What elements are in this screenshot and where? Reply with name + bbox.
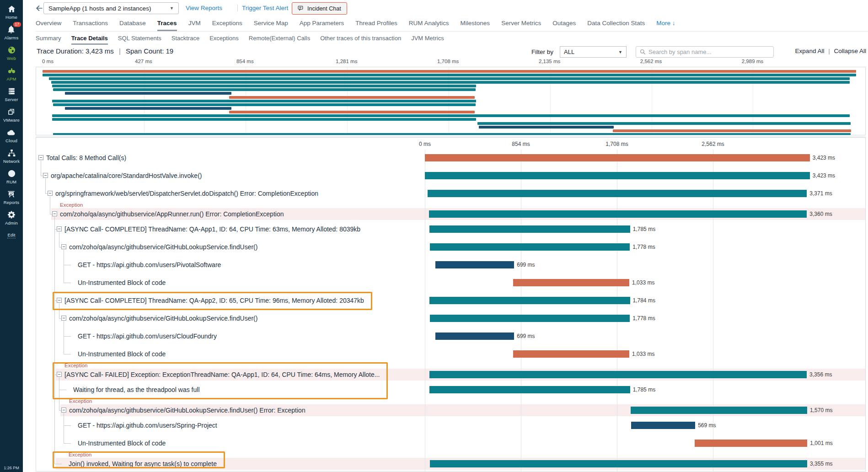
collapse-toggle-icon[interactable]	[57, 226, 62, 231]
tab-exceptions[interactable]: Exceptions	[212, 20, 242, 31]
span-label[interactable]: Un-Instrumented Block of code	[78, 350, 166, 358]
tab-rum-analytics[interactable]: RUM Analytics	[409, 20, 449, 31]
tab-app-parameters[interactable]: App Parameters	[300, 20, 344, 31]
span-duration-bar[interactable]	[631, 407, 807, 414]
sidebar-item-rum[interactable]: RUM	[6, 169, 16, 184]
tab-thread-profiles[interactable]: Thread Profiles	[355, 20, 397, 31]
span-duration-bar[interactable]	[695, 440, 807, 447]
span-label[interactable]: GET - https://api.github.com/users/Cloud…	[78, 332, 217, 340]
tab-transactions[interactable]: Transactions	[73, 20, 108, 31]
span-search-input[interactable]	[648, 48, 770, 55]
subtab-remote-external-calls[interactable]: Remote(External) Calls	[249, 35, 310, 45]
span-label[interactable]: Un-Instrumented Block of code	[78, 279, 166, 287]
span-row-async-call-completed-threadname-qa-app2-[interactable]: [ASYNC Call- COMPLETED] ThreadName: QA-A…	[36, 291, 865, 309]
subtab-summary[interactable]: Summary	[36, 35, 61, 45]
span-row-get-https-api-github-com-users-spring-pr[interactable]: GET - https://api.github.com/users/Sprin…	[36, 416, 865, 434]
span-row-com-zoho-qa-async-githubservice-apprunne[interactable]: Exceptioncom/zoho/qa/async/githubservice…	[36, 202, 865, 220]
app-selector-dropdown[interactable]: SampleApp (1 hosts and 2 instances) ▼	[43, 2, 179, 14]
span-label[interactable]: [ASYNC Call- COMPLETED] ThreadName: QA-A…	[64, 225, 360, 233]
tab-outages[interactable]: Outages	[552, 20, 576, 31]
span-row-com-zoho-qa-async-githubservice-githublo[interactable]: com/zoho/qa/async/githubservice/GitHubLo…	[36, 309, 865, 327]
sidebar-item-edit[interactable]: Edit	[7, 231, 15, 238]
span-duration-bar[interactable]	[428, 190, 807, 197]
span-row-un-instrumented-block-of-code[interactable]: Un-Instrumented Block of code1,033 ms	[36, 345, 865, 363]
span-row-un-instrumented-block-of-code[interactable]: Un-Instrumented Block of code1,033 ms	[36, 274, 865, 291]
span-label[interactable]: [ASYNC Call- COMPLETED] ThreadName: QA-A…	[64, 296, 364, 305]
tab-milestones[interactable]: Milestones	[461, 20, 490, 31]
sidebar-item-apm[interactable]: APM	[6, 66, 16, 81]
sidebar-item-vmware[interactable]: VMware	[3, 107, 20, 123]
trigger-test-alert-link[interactable]: Trigger Test Alert	[242, 5, 288, 11]
tab-traces[interactable]: Traces	[157, 20, 177, 31]
collapse-toggle-icon[interactable]	[61, 316, 66, 321]
span-duration-bar[interactable]	[429, 297, 630, 304]
sidebar-item-home[interactable]: Home	[5, 4, 17, 20]
span-duration-bar[interactable]	[429, 386, 630, 393]
span-label[interactable]: GET - https://api.github.com/users/Sprin…	[78, 421, 217, 429]
span-label[interactable]: GET - https://api.github.com/users/Pivot…	[78, 261, 221, 269]
span-duration-bar[interactable]	[430, 460, 807, 467]
span-duration-bar[interactable]	[631, 422, 695, 429]
sidebar-item-cloud[interactable]: Cloud	[5, 128, 17, 143]
span-row-get-https-api-github-com-users-cloudfoun[interactable]: GET - https://api.github.com/users/Cloud…	[36, 327, 865, 345]
span-label[interactable]: com/zoho/qa/async/githubservice/AppRunne…	[60, 210, 284, 218]
span-duration-bar[interactable]	[435, 333, 514, 340]
collapse-toggle-icon[interactable]	[61, 244, 66, 249]
tab-service-map[interactable]: Service Map	[254, 20, 288, 31]
span-duration-bar[interactable]	[430, 315, 630, 322]
span-duration-bar[interactable]	[429, 225, 630, 233]
collapse-toggle-icon[interactable]	[38, 155, 43, 160]
back-button[interactable]	[35, 4, 44, 13]
subtab-stacktrace[interactable]: Stacktrace	[171, 35, 199, 45]
span-row-un-instrumented-block-of-code[interactable]: Un-Instrumented Block of code1,001 ms	[36, 434, 865, 452]
expand-all-link[interactable]: Expand All	[795, 48, 825, 54]
span-duration-bar[interactable]	[429, 371, 807, 378]
view-reports-link[interactable]: View Reports	[186, 5, 222, 11]
tab-more[interactable]: More ↓	[656, 20, 675, 31]
span-label[interactable]: com/zoho/qa/async/githubservice/GitHubLo…	[69, 406, 305, 414]
span-row-join-invoked-waiting-for-async-task-s-to[interactable]: ExceptionJoin() invoked, Waiting for asy…	[36, 452, 865, 470]
span-row-org-springframework-web-servlet-dispatch[interactable]: org/springframework/web/servlet/Dispatch…	[36, 184, 865, 202]
span-duration-bar[interactable]	[425, 154, 810, 161]
collapse-toggle-icon[interactable]	[61, 408, 66, 413]
span-duration-bar[interactable]	[435, 261, 514, 268]
span-duration-bar[interactable]	[425, 172, 810, 179]
span-label[interactable]: com/zoho/qa/async/githubservice/GitHubLo…	[69, 314, 257, 322]
span-row-org-apache-catalina-core-standardhostval[interactable]: org/apache/catalina/core/StandardHostVal…	[36, 166, 865, 184]
collapse-toggle-icon[interactable]	[57, 372, 62, 377]
span-duration-bar[interactable]	[429, 210, 807, 218]
sidebar-item-alarms[interactable]: 17Alarms	[5, 25, 19, 40]
span-label[interactable]: Total Calls: 8 Method Call(s)	[46, 154, 126, 162]
span-label[interactable]: Join() invoked, Waiting for async task(s…	[69, 460, 217, 468]
span-row-waiting-for-thread-as-the-threadpool-was[interactable]: Waiting for thread, as the threadpool wa…	[36, 381, 865, 398]
tab-server-metrics[interactable]: Server Metrics	[501, 20, 541, 31]
tab-data-collection-stats[interactable]: Data Collection Stats	[587, 20, 645, 31]
subtab-jvm-metrics[interactable]: JVM Metrics	[411, 35, 444, 45]
collapse-toggle-icon[interactable]	[57, 298, 62, 303]
subtab-exceptions[interactable]: Exceptions	[209, 35, 239, 45]
span-row-async-call-failed-exception-exceptionthr[interactable]: Exception[ASYNC Call- FAILED] Exception:…	[36, 363, 865, 381]
sidebar-item-web[interactable]: Web	[7, 45, 16, 61]
span-row-get-https-api-github-com-users-pivotalso[interactable]: GET - https://api.github.com/users/Pivot…	[36, 256, 865, 274]
sidebar-item-server[interactable]: Server	[5, 86, 18, 102]
subtab-other-traces-of-this-transaction[interactable]: Other traces of this transaction	[320, 35, 401, 45]
collapse-toggle-icon[interactable]	[48, 191, 53, 196]
incident-chat-button[interactable]: Incident Chat	[292, 2, 347, 15]
collapse-all-link[interactable]: Collapse All	[834, 48, 866, 54]
collapse-toggle-icon[interactable]	[52, 211, 57, 216]
span-duration-bar[interactable]	[513, 279, 629, 286]
sidebar-item-reports[interactable]: Reports	[4, 189, 20, 205]
span-duration-bar[interactable]	[513, 350, 629, 358]
span-label[interactable]: Un-Instrumented Block of code	[78, 439, 166, 447]
sidebar-item-network[interactable]: Network	[3, 148, 20, 164]
sidebar-item-admin[interactable]: Admin	[5, 210, 18, 225]
span-label[interactable]: com/zoho/qa/async/githubservice/GitHubLo…	[69, 243, 257, 251]
collapse-toggle-icon[interactable]	[43, 173, 48, 178]
tab-jvm[interactable]: JVM	[188, 20, 201, 31]
span-label[interactable]: Waiting for thread, as the threadpool wa…	[73, 386, 200, 394]
span-label[interactable]: org/apache/catalina/core/StandardHostVal…	[51, 172, 202, 180]
span-label[interactable]: [ASYNC Call- FAILED] Exception: Exceptio…	[64, 370, 380, 379]
tab-database[interactable]: Database	[119, 20, 146, 31]
span-row-com-zoho-qa-async-githubservice-githublo[interactable]: Exceptioncom/zoho/qa/async/githubservice…	[36, 398, 865, 416]
filter-dropdown[interactable]: ALL ▼	[560, 46, 627, 58]
